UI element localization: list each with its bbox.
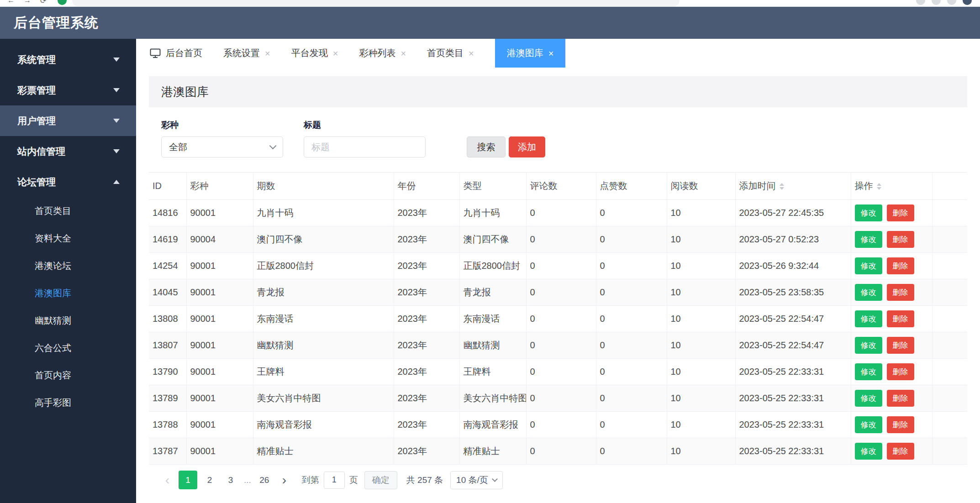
sidebar-item-user-manage[interactable]: 用户管理 <box>0 105 136 136</box>
tab-system-settings[interactable]: 系统设置 × <box>223 39 270 68</box>
delete-button[interactable]: 删除 <box>887 310 914 327</box>
cell-filler <box>932 306 967 332</box>
page-button-3[interactable]: 3 <box>222 471 239 489</box>
filter-bar: 彩种 全部 标题 搜索 添加 <box>149 107 967 157</box>
sidebar-subitem-home-category[interactable]: 首页类目 <box>0 197 136 225</box>
browser-menu-icon[interactable] <box>947 0 956 5</box>
tab-platform-discover[interactable]: 平台发现 × <box>291 39 338 68</box>
cell-likes: 0 <box>596 359 667 385</box>
sort-icon[interactable] <box>780 183 784 190</box>
search-button[interactable]: 搜索 <box>467 136 506 157</box>
close-icon[interactable]: × <box>548 49 554 58</box>
sidebar-subitem-ga-gallery[interactable]: 港澳图库 <box>0 279 136 307</box>
sidebar-subitem-ga-forum[interactable]: 港澳论坛 <box>0 252 136 279</box>
page-size-select[interactable]: 10 条/页 <box>450 471 503 489</box>
lottery-select[interactable]: 全部 <box>161 136 283 157</box>
col-time[interactable]: 添加时间 <box>735 173 851 200</box>
cell-issue: 美女六肖中特图 <box>253 385 394 412</box>
browser-forward-icon[interactable]: → <box>24 0 31 5</box>
table-row: 13787 90001 精准贴士 2023年 精准贴士 0 0 10 2023-… <box>149 438 967 465</box>
panel-header: 港澳图库 <box>149 76 967 107</box>
sidebar-submenu: 首页类目 资料大全 港澳论坛 港澳图库 幽默猜测 六合公式 首页内容 高手彩图 <box>0 197 136 416</box>
col-year: 年份 <box>394 173 459 200</box>
edit-button[interactable]: 修改 <box>855 310 882 327</box>
delete-button[interactable]: 删除 <box>887 257 914 274</box>
tab-home-category[interactable]: 首页类目 × <box>427 39 474 68</box>
col-filler <box>932 173 967 200</box>
sidebar-item-forum-manage[interactable]: 论坛管理 <box>0 167 136 197</box>
browser-profile-avatar[interactable] <box>963 0 972 5</box>
tab-dashboard[interactable]: 后台首页 <box>150 39 202 68</box>
sidebar-subitem-expert-images[interactable]: 高手彩图 <box>0 389 136 416</box>
edit-button[interactable]: 修改 <box>855 416 882 433</box>
goto-confirm-button[interactable]: 确定 <box>364 471 397 489</box>
delete-button[interactable]: 删除 <box>887 443 914 460</box>
sidebar-item-system-manage[interactable]: 系统管理 <box>0 44 136 75</box>
sidebar-subitem-liuhe-formula[interactable]: 六合公式 <box>0 334 136 362</box>
tab-lottery-list[interactable]: 彩种列表 × <box>359 39 406 68</box>
tab-ga-gallery[interactable]: 港澳图库 × <box>495 39 566 68</box>
cell-filler <box>932 279 967 306</box>
cell-likes: 0 <box>596 306 667 332</box>
sidebar-subitem-data-collection[interactable]: 资料大全 <box>0 225 136 252</box>
delete-button[interactable]: 删除 <box>887 416 914 433</box>
edit-button[interactable]: 修改 <box>855 231 882 248</box>
cell-type: 青龙报 <box>459 279 526 306</box>
browser-reload-icon[interactable]: ⟳ <box>40 0 46 5</box>
browser-extension-icon[interactable] <box>58 0 67 5</box>
delete-button[interactable]: 删除 <box>887 390 914 407</box>
cell-issue: 正版2800信封 <box>253 253 394 279</box>
sidebar-item-lottery-manage[interactable]: 彩票管理 <box>0 75 136 105</box>
goto-page-input[interactable] <box>324 472 345 489</box>
page-button-2[interactable]: 2 <box>201 471 218 489</box>
delete-button[interactable]: 删除 <box>887 337 914 354</box>
edit-button[interactable]: 修改 <box>855 204 882 221</box>
cell-reads: 10 <box>667 385 735 412</box>
delete-button[interactable]: 删除 <box>887 284 914 301</box>
cell-issue: 精准贴士 <box>253 438 394 465</box>
sidebar-subitem-humor-guess[interactable]: 幽默猜测 <box>0 307 136 334</box>
delete-button[interactable]: 删除 <box>887 231 914 248</box>
delete-button[interactable]: 删除 <box>887 204 914 221</box>
cell-filler <box>932 385 967 412</box>
cell-time: 2023-05-25 22:33:31 <box>735 385 851 412</box>
page-button-26[interactable]: 26 <box>256 471 273 489</box>
close-icon[interactable]: × <box>469 49 474 58</box>
cell-actions: 修改删除 <box>851 385 932 412</box>
browser-address-bar[interactable] <box>72 0 680 6</box>
browser-back-icon[interactable]: ← <box>7 0 15 5</box>
cell-actions: 修改删除 <box>851 279 932 306</box>
add-button[interactable]: 添加 <box>509 136 545 157</box>
tab-label: 首页类目 <box>427 47 464 59</box>
pagination: ‹ 1 2 3 ... 26 › 到第 页 确定 共 257 条 10 条/页 <box>158 471 967 489</box>
close-icon[interactable]: × <box>400 49 406 58</box>
sort-icon[interactable] <box>877 183 881 190</box>
edit-button[interactable]: 修改 <box>855 257 882 274</box>
edit-button[interactable]: 修改 <box>855 390 882 407</box>
browser-bookmark-icon[interactable] <box>932 0 941 5</box>
edit-button[interactable]: 修改 <box>855 363 882 380</box>
col-actions[interactable]: 操作 <box>851 173 932 200</box>
content-area: 后台首页 系统设置 × 平台发现 × 彩种列表 × 首页类目 × <box>136 39 980 503</box>
cell-reads: 10 <box>667 226 735 253</box>
edit-button[interactable]: 修改 <box>855 443 882 460</box>
cell-year: 2023年 <box>394 253 459 279</box>
prev-page-icon[interactable]: ‹ <box>158 471 177 489</box>
cell-type: 东南漫话 <box>459 306 526 332</box>
browser-extensions-icon[interactable] <box>916 0 925 5</box>
edit-button[interactable]: 修改 <box>855 284 882 301</box>
sidebar: 系统管理 彩票管理 用户管理 站内信管理 论坛管理 首页类目 资料大全 <box>0 39 136 503</box>
cell-actions: 修改删除 <box>851 306 932 332</box>
edit-button[interactable]: 修改 <box>855 337 882 354</box>
sidebar-subitem-home-content[interactable]: 首页内容 <box>0 362 136 389</box>
next-page-icon[interactable]: › <box>275 471 294 489</box>
cell-likes: 0 <box>596 226 667 253</box>
cell-filler <box>932 412 967 438</box>
close-icon[interactable]: × <box>333 49 338 58</box>
delete-button[interactable]: 删除 <box>887 363 914 380</box>
close-icon[interactable]: × <box>265 49 270 58</box>
cell-type: 王牌料 <box>459 359 526 385</box>
page-button-1[interactable]: 1 <box>179 471 197 489</box>
sidebar-item-message-manage[interactable]: 站内信管理 <box>0 136 136 167</box>
title-input[interactable] <box>304 136 426 157</box>
